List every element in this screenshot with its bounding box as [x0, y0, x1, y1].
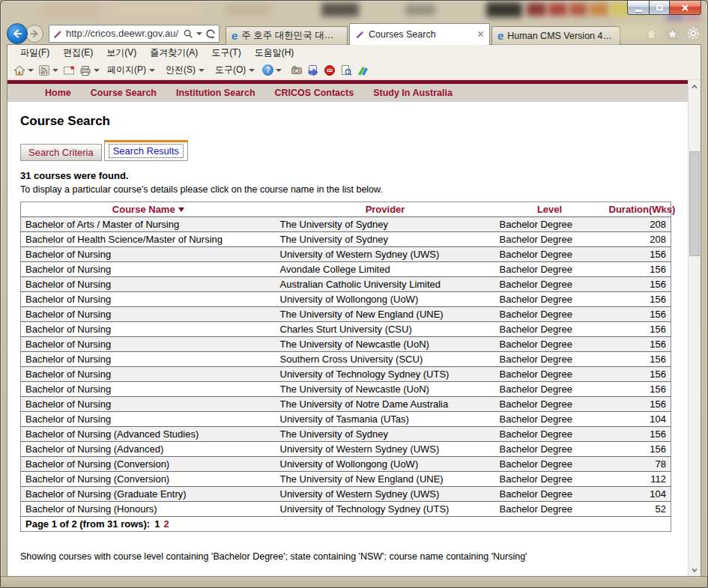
close-button[interactable]	[669, 1, 701, 15]
course-name-cell[interactable]: Bachelor of Nursing (Advanced Studies)	[21, 427, 276, 442]
course-name-cell[interactable]: Bachelor of Nursing	[21, 322, 276, 337]
course-name-cell[interactable]: Bachelor of Nursing	[21, 247, 276, 262]
course-name-cell[interactable]: Bachelor of Nursing	[21, 352, 276, 367]
vertical-scrollbar[interactable]	[688, 80, 701, 576]
print-icon[interactable]	[79, 64, 91, 76]
back-button[interactable]	[7, 23, 28, 44]
course-name-cell[interactable]: Bachelor of Nursing	[21, 382, 276, 397]
duration-cell: 78	[605, 457, 671, 472]
pagination-page-2-link[interactable]: 2	[163, 518, 169, 530]
url-text[interactable]: http://cricos.deewr.gov.au/	[66, 28, 178, 39]
read-mail-icon[interactable]	[63, 64, 75, 76]
table-row: Bachelor of NursingAvondale College Limi…	[21, 262, 671, 277]
addon-translate-icon[interactable]	[307, 64, 319, 76]
duration-cell: 156	[605, 382, 671, 397]
tab-search-criteria[interactable]: Search Criteria	[20, 144, 102, 161]
scrollbar-thumb[interactable]	[689, 151, 700, 256]
table-row: Bachelor of NursingUniversity of Technol…	[21, 367, 671, 382]
course-name-cell[interactable]: Bachelor of Nursing	[21, 262, 276, 277]
column-provider[interactable]: Provider	[276, 202, 495, 217]
pagination-label: Page 1 of 2 (from 31 rows):	[25, 518, 150, 530]
duration-cell: 156	[605, 442, 671, 457]
menu-favorites[interactable]: 즐겨찾기(A)	[145, 45, 203, 61]
browser-tab-human-cms[interactable]: e Human CMS Version 4.0...	[491, 26, 620, 45]
course-name-cell[interactable]: Bachelor of Nursing (Conversion)	[21, 457, 276, 472]
tab-close-icon[interactable]	[477, 31, 484, 37]
address-bar[interactable]: http://cricos.deewr.gov.au/	[49, 25, 220, 43]
course-name-cell[interactable]: Bachelor of Nursing	[21, 412, 276, 427]
tab-title: Human CMS Version 4.0...	[507, 31, 614, 41]
provider-cell: The University of Sydney	[276, 232, 495, 247]
print-dropdown-icon[interactable]	[94, 69, 100, 72]
menu-edit[interactable]: 편집(E)	[58, 45, 98, 61]
level-cell: Bachelor Degree	[495, 367, 605, 382]
tools-menu-button[interactable]: 도구(O)	[212, 62, 258, 78]
page-menu-button[interactable]: 페이지(P)	[104, 62, 158, 78]
maximize-button[interactable]	[649, 1, 669, 15]
course-name-cell[interactable]: Bachelor of Nursing	[21, 397, 276, 412]
home-toolbar-icon[interactable]	[13, 64, 25, 76]
course-name-cell[interactable]: Bachelor of Nursing	[21, 367, 276, 382]
column-duration[interactable]: Duration(Wks)	[605, 202, 671, 217]
safety-menu-button[interactable]: 안전(S)	[163, 62, 208, 78]
tab-search-results[interactable]: Search Results	[104, 140, 188, 161]
column-course-name[interactable]: Course Name	[21, 202, 276, 217]
menu-tools[interactable]: 도구(T)	[206, 45, 246, 61]
minimize-button[interactable]	[627, 1, 649, 15]
help-dropdown-icon[interactable]	[276, 69, 282, 72]
menu-help[interactable]: 도움말(H)	[249, 45, 300, 61]
search-dropdown-icon[interactable]	[196, 32, 202, 35]
course-name-cell[interactable]: Bachelor of Nursing (Advanced)	[21, 442, 276, 457]
menu-view[interactable]: 보기(V)	[101, 45, 142, 61]
settings-gear-icon[interactable]	[687, 27, 700, 40]
menu-file[interactable]: 파일(F)	[15, 45, 55, 61]
addon-camera-icon[interactable]	[291, 64, 303, 76]
course-name-cell[interactable]: Bachelor of Nursing (Conversion)	[21, 472, 276, 487]
course-name-cell[interactable]: Bachelor of Nursing (Graduate Entry)	[21, 487, 276, 502]
addon-leaf-icon[interactable]	[357, 64, 369, 76]
browser-tab-courses-search[interactable]: Courses Search	[349, 23, 490, 45]
course-name-cell[interactable]: Bachelor of Nursing (Honours)	[21, 502, 276, 517]
scroll-down-button[interactable]	[689, 563, 701, 576]
search-icon[interactable]	[183, 28, 193, 39]
addon-search-doc-icon[interactable]	[340, 64, 352, 76]
duration-cell: 104	[605, 487, 671, 502]
course-name-cell[interactable]: Bachelor of Health Science/Master of Nur…	[21, 232, 276, 247]
addon-badge-icon[interactable]	[324, 64, 336, 76]
nav-institution-search[interactable]: Institution Search	[176, 88, 255, 98]
course-name-cell[interactable]: Bachelor of Nursing	[21, 292, 276, 307]
table-row: Bachelor of Nursing (Graduate Entry)Univ…	[21, 487, 671, 502]
browser-window: http://cricos.deewr.gov.au/ e 주 호주 대한민국 …	[0, 0, 708, 588]
feeds-dropdown-icon[interactable]	[52, 69, 58, 72]
nav-home[interactable]: Home	[45, 88, 71, 98]
filter-note: Showing courses with course level contai…	[20, 551, 688, 562]
ie-icon: e	[497, 30, 503, 41]
chevron-down-icon	[690, 566, 699, 575]
results-summary: 31 courses were found.	[20, 170, 688, 181]
nav-study-in-australia[interactable]: Study In Australia	[373, 88, 453, 98]
nav-course-search[interactable]: Course Search	[91, 88, 157, 98]
home-dropdown-icon[interactable]	[28, 69, 34, 72]
scroll-up-button[interactable]	[689, 80, 701, 93]
results-table-body: Bachelor of Arts / Master of NursingThe …	[21, 217, 671, 517]
course-name-cell[interactable]: Bachelor of Nursing	[21, 337, 276, 352]
forward-button[interactable]	[25, 25, 43, 43]
refresh-icon[interactable]	[205, 28, 216, 39]
course-name-cell[interactable]: Bachelor of Nursing	[21, 307, 276, 322]
address-bar-icons	[183, 28, 216, 39]
page-dropdown-icon	[149, 69, 155, 72]
column-level[interactable]: Level	[495, 202, 605, 217]
provider-cell: University of Western Sydney (UWS)	[276, 487, 495, 502]
browser-tab-embassy[interactable]: e 주 호주 대한민국 대사관	[226, 26, 348, 45]
level-cell: Bachelor Degree	[495, 247, 605, 262]
pagination-current-page: 1	[154, 518, 160, 530]
table-row: Bachelor of NursingThe University of Not…	[21, 397, 671, 412]
tab-title: 주 호주 대한민국 대사관	[241, 29, 342, 42]
rss-feed-icon[interactable]	[38, 64, 50, 76]
course-name-cell[interactable]: Bachelor of Arts / Master of Nursing	[21, 217, 276, 232]
favorites-star-icon[interactable]	[666, 28, 679, 40]
nav-cricos-contacts[interactable]: CRICOS Contacts	[275, 88, 354, 98]
course-name-cell[interactable]: Bachelor of Nursing	[21, 277, 276, 292]
help-icon[interactable]: ?	[262, 64, 273, 76]
navigation-bar: http://cricos.deewr.gov.au/ e 주 호주 대한민국 …	[1, 22, 707, 44]
